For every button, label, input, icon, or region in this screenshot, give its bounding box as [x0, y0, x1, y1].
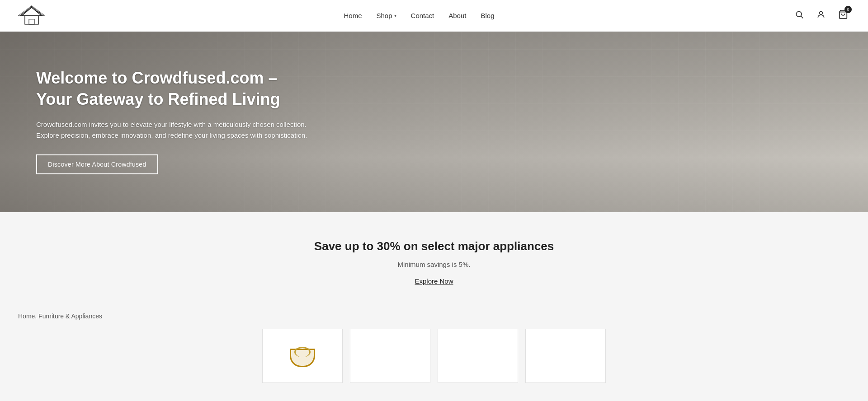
promo-title: Save up to 30% on select major appliance…: [9, 239, 859, 253]
svg-line-8: [801, 16, 803, 19]
header-icons: 0: [793, 8, 850, 23]
hero-section: Welcome to Crowdfused.com – Your Gateway…: [0, 32, 868, 212]
svg-point-9: [820, 11, 823, 14]
promo-section: Save up to 30% on select major appliance…: [0, 212, 868, 303]
hero-content: Welcome to Crowdfused.com – Your Gateway…: [0, 32, 353, 210]
chevron-down-icon: ▾: [394, 13, 396, 18]
product-card-4[interactable]: [525, 329, 606, 383]
nav-link-contact[interactable]: Contact: [411, 12, 434, 19]
search-icon: [795, 10, 804, 19]
nav-item-blog[interactable]: Blog: [481, 12, 494, 20]
search-button[interactable]: [793, 8, 806, 23]
cart-button[interactable]: 0: [836, 8, 850, 23]
logo-icon: [18, 5, 45, 27]
svg-rect-3: [25, 16, 38, 24]
hero-cta-button[interactable]: Discover More About Crowdfused: [36, 154, 158, 174]
products-grid: [262, 329, 606, 383]
nav-link-blog[interactable]: Blog: [481, 12, 494, 19]
basket-icon: [289, 345, 316, 367]
cart-count: 0: [844, 6, 852, 13]
svg-marker-0: [22, 7, 42, 16]
promo-subtitle: Minimum savings is 5%.: [9, 261, 859, 268]
hero-title: Welcome to Crowdfused.com – Your Gateway…: [36, 68, 316, 110]
svg-rect-4: [29, 19, 34, 24]
explore-now-link[interactable]: Explore Now: [415, 277, 453, 285]
nav-link-shop[interactable]: Shop ▾: [377, 12, 396, 19]
product-card-3[interactable]: [438, 329, 518, 383]
nav-item-about[interactable]: About: [448, 12, 466, 20]
hero-subtitle: Crowdfused.com invites you to elevate yo…: [36, 119, 316, 141]
nav-item-contact[interactable]: Contact: [411, 12, 434, 20]
nav-item-home[interactable]: Home: [344, 12, 362, 20]
user-icon: [816, 10, 826, 19]
product-card-2[interactable]: [350, 329, 430, 383]
nav-link-about[interactable]: About: [448, 12, 466, 19]
products-section: Home, Furniture & Appliances: [0, 303, 868, 401]
logo-link[interactable]: [18, 5, 45, 27]
products-label: Home, Furniture & Appliances: [18, 312, 850, 320]
nav-item-shop[interactable]: Shop ▾: [377, 12, 396, 19]
product-card-1[interactable]: [262, 329, 343, 383]
header: Home Shop ▾ Contact About Blog: [0, 0, 868, 32]
account-button[interactable]: [815, 8, 827, 23]
svg-point-7: [796, 11, 802, 17]
main-nav: Home Shop ▾ Contact About Blog: [344, 12, 495, 20]
nav-link-home[interactable]: Home: [344, 12, 362, 19]
